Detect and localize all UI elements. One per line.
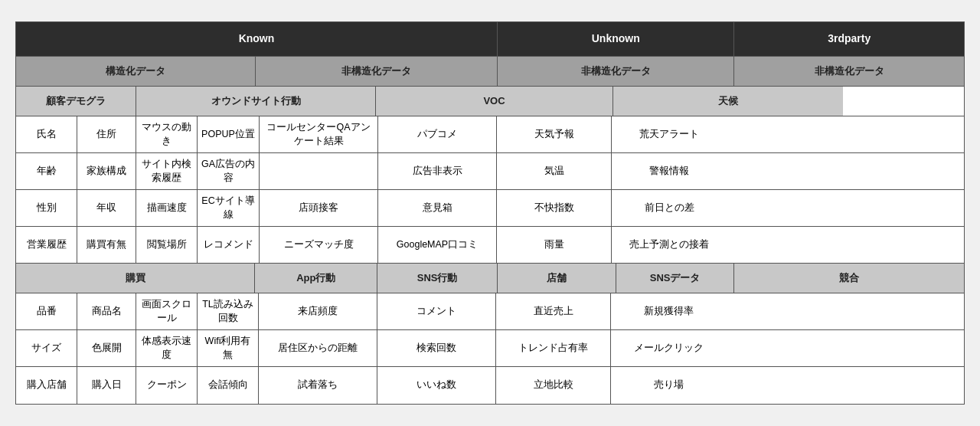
cell-shop-5: 来店頻度 (259, 293, 377, 329)
cell-voc-r-3: 意見箱 (378, 190, 497, 226)
cell-voc-r-4: GoogleMAP口コミ (378, 227, 497, 263)
cell-voc-l-2 (260, 153, 378, 189)
cell-3rd-l-3: 不快指数 (497, 190, 612, 226)
cell-3rd-r-1: 荒天アラート (612, 116, 727, 152)
cell-popup-4: レコメンド (198, 227, 260, 263)
cell-jusho-2: 家族構成 (77, 153, 136, 189)
cat-voc: VOC (376, 87, 613, 116)
cell-kyougou-l-7: 立地比較 (496, 367, 611, 404)
cell-shohin-5: 商品名 (77, 293, 136, 329)
cell-shimei-3: 性別 (16, 190, 77, 226)
cell-hinban-7: 購入店舗 (16, 367, 77, 404)
subheader-kouzou: 構造化データ (16, 57, 256, 86)
cell-snsdata-5: コメント (377, 293, 496, 329)
cat-owned: オウンドサイト行動 (136, 87, 376, 116)
cat-kounyu: 購買 (16, 264, 255, 293)
cell-tl-6: Wifi利用有無 (198, 330, 259, 366)
cell-3rd-l-1: 天気予報 (497, 116, 612, 152)
cell-voc-r-1: パブコメ (378, 116, 497, 152)
cell-3rd-l-2: 気温 (497, 153, 612, 189)
cell-jusho-3: 年収 (77, 190, 136, 226)
subheader-hiko-3rd: 非構造化データ (734, 57, 964, 86)
cat-app: App行動 (255, 264, 377, 293)
header-3rdparty: 3rdparty (734, 22, 964, 56)
cell-3rd-r-3: 前日との差 (612, 190, 727, 226)
cell-3rd-r-4: 売上予測との接着 (612, 227, 727, 263)
cell-popup-2: GA広告の内容 (198, 153, 260, 189)
cell-kyougou-r-5: 新規獲得率 (611, 293, 726, 329)
cell-shimei-2: 年齢 (16, 153, 77, 189)
cell-kyougou-l-5: 直近売上 (496, 293, 611, 329)
cat-shop: 店舗 (498, 264, 616, 293)
cell-shimei-1: 氏名 (16, 116, 77, 152)
cat-sns: SNS行動 (377, 264, 498, 293)
cell-shop-6: 居住区からの距離 (259, 330, 377, 366)
cell-shohin-6: 色展開 (77, 330, 136, 366)
cell-popup-3: ECサイト導線 (198, 190, 260, 226)
cell-kyougou-l-6: トレンド占有率 (496, 330, 611, 366)
cell-shohin-7: 購入日 (77, 367, 136, 404)
subheader-hiko-unknown: 非構造化データ (498, 57, 735, 86)
cell-mouse-1: マウスの動き (136, 116, 198, 152)
cell-shimei-4: 営業履歴 (16, 227, 77, 263)
cell-tl-7: 会話傾向 (198, 367, 259, 404)
cell-gazo-7: クーポン (136, 367, 198, 404)
cell-mouse-2: サイト内検索履歴 (136, 153, 198, 189)
main-table: Known Unknown 3rdparty 構造化データ 非構造化データ 非構… (15, 21, 965, 405)
cat-snsdata: SNSデータ (616, 264, 735, 293)
cat-kyougou: 競合 (734, 264, 964, 293)
cell-3rd-r-2: 警報情報 (612, 153, 727, 189)
header-unknown: Unknown (498, 22, 735, 56)
cell-popup-1: POPUP位置 (198, 116, 260, 152)
cell-shop-7: 試着落ち (259, 367, 377, 404)
cell-voc-l-3: 店頭接客 (260, 190, 378, 226)
cat-tenki: 天候 (613, 87, 843, 116)
cell-snsdata-6: 検索回数 (377, 330, 496, 366)
cat-kyaku: 顧客デモグラ (16, 87, 136, 116)
cell-hinban-6: サイズ (16, 330, 77, 366)
subheader-hiko-known: 非構造化データ (256, 57, 498, 86)
cell-voc-r-2: 広告非表示 (378, 153, 497, 189)
header-known: Known (16, 22, 498, 56)
cell-mouse-3: 描画速度 (136, 190, 198, 226)
cell-hinban-5: 品番 (16, 293, 77, 329)
cell-voc-l-1: コールセンターQAアンケート結果 (260, 116, 378, 152)
cell-gazo-5: 画面スクロール (136, 293, 198, 329)
cell-kyougou-r-6: メールクリック (611, 330, 726, 366)
cell-jusho-4: 購買有無 (77, 227, 136, 263)
cell-gazo-6: 体感表示速度 (136, 330, 198, 366)
cell-jusho-1: 住所 (77, 116, 136, 152)
cell-tl-5: TL読み込み回数 (198, 293, 259, 329)
cell-mouse-4: 閲覧場所 (136, 227, 198, 263)
cell-voc-l-4: ニーズマッチ度 (260, 227, 378, 263)
cell-3rd-l-4: 雨量 (497, 227, 612, 263)
cell-snsdata-7: いいね数 (377, 367, 496, 404)
cell-kyougou-r-7: 売り場 (611, 367, 726, 404)
